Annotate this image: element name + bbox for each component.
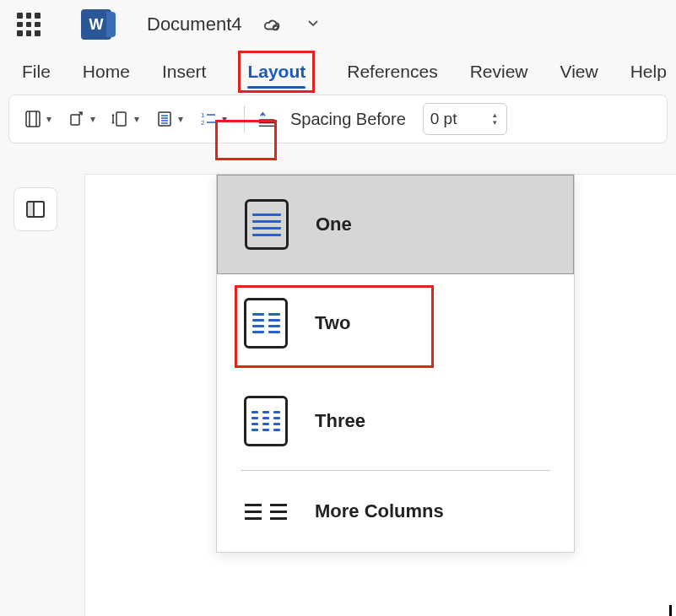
title-dropdown-icon[interactable]: [306, 16, 320, 33]
size-button[interactable]: ▾: [105, 104, 144, 134]
columns-one-label: One: [316, 213, 352, 235]
columns-option-two[interactable]: Two: [217, 274, 574, 372]
orientation-icon: [67, 109, 87, 129]
title-bar: W Document4: [0, 0, 676, 49]
toolbar-divider: [244, 105, 245, 132]
text-cursor: [669, 605, 672, 616]
margins-icon: [23, 109, 43, 129]
columns-option-one[interactable]: One: [217, 175, 574, 274]
layout-toolbar: ▾ ▾ ▾ ▾ 12 ▾ Spacing Before 0 pt ▴ ▾: [8, 95, 668, 143]
navigation-pane-button[interactable]: [14, 187, 57, 231]
columns-button[interactable]: ▾: [149, 104, 188, 134]
spacing-before-icon: [257, 109, 277, 129]
word-logo-letter: W: [89, 16, 104, 34]
three-column-icon: [244, 396, 288, 446]
chevron-down-icon: ▾: [178, 113, 183, 125]
tab-file[interactable]: File: [22, 53, 51, 90]
spinner-up-icon[interactable]: ▴: [491, 112, 500, 118]
spinner-down-icon[interactable]: ▾: [491, 120, 500, 126]
orientation-button[interactable]: ▾: [62, 104, 100, 134]
svg-rect-5: [116, 112, 126, 126]
document-title[interactable]: Document4: [147, 14, 242, 35]
svg-rect-4: [71, 115, 79, 125]
tab-insert[interactable]: Insert: [162, 53, 207, 90]
chevron-down-icon: ▾: [134, 113, 139, 125]
more-columns-icon: [244, 494, 288, 528]
columns-three-label: Three: [315, 410, 365, 432]
columns-option-three[interactable]: Three: [217, 372, 574, 470]
word-logo-icon: W: [81, 9, 111, 40]
one-column-icon: [245, 199, 289, 250]
line-numbers-button[interactable]: 12 ▾: [193, 104, 232, 134]
svg-rect-20: [27, 202, 34, 217]
highlight-layout-tab: Layout: [238, 51, 315, 93]
spacing-before-input[interactable]: 0 pt ▴ ▾: [423, 103, 507, 135]
cloud-sync-icon[interactable]: [262, 15, 281, 34]
svg-rect-1: [26, 111, 40, 127]
svg-text:1: 1: [201, 111, 205, 119]
columns-more-label: More Columns: [315, 500, 444, 522]
columns-icon: [154, 109, 175, 129]
tab-review[interactable]: Review: [470, 53, 528, 90]
columns-two-label: Two: [315, 312, 350, 334]
two-column-icon: [244, 298, 288, 349]
chevron-down-icon: ▾: [90, 113, 95, 125]
svg-text:2: 2: [201, 119, 205, 127]
size-icon: [111, 109, 131, 129]
spacing-before-value: 0 pt: [430, 110, 491, 128]
chevron-down-icon: ▾: [46, 113, 51, 125]
tab-home[interactable]: Home: [83, 53, 130, 90]
navigation-pane-icon: [24, 198, 46, 220]
spacing-before-label: Spacing Before: [290, 110, 406, 129]
tab-help[interactable]: Help: [630, 53, 667, 90]
line-numbers-icon: 12: [198, 109, 219, 129]
ribbon-tabs: File Home Insert Layout References Revie…: [0, 49, 676, 95]
chevron-down-icon: ▾: [222, 113, 227, 125]
spacing-spinner: ▴ ▾: [491, 112, 500, 126]
margins-button[interactable]: ▾: [18, 104, 57, 134]
tab-references[interactable]: References: [347, 53, 437, 90]
columns-option-more[interactable]: More Columns: [217, 471, 574, 552]
tab-layout[interactable]: Layout: [247, 53, 306, 90]
app-launcher-icon[interactable]: [17, 13, 41, 36]
tab-view[interactable]: View: [560, 53, 598, 90]
columns-dropdown: One Two Three More Columns: [216, 174, 575, 553]
